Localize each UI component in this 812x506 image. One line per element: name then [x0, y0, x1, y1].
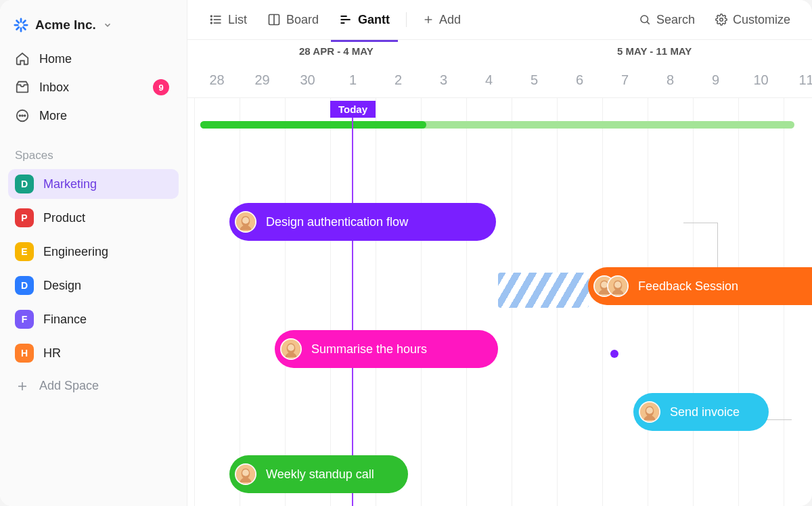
search-icon [639, 14, 651, 26]
avatar [639, 401, 660, 423]
space-label: Design [43, 279, 81, 293]
avatar [235, 463, 256, 485]
svg-line-7 [23, 21, 25, 23]
day-header[interactable]: 3 [421, 72, 466, 88]
inbox-badge: 9 [153, 79, 169, 95]
day-header[interactable]: 8 [648, 72, 693, 88]
workspace-switcher[interactable]: Acme Inc. [8, 14, 179, 45]
sidebar: Acme Inc. Home Inbox 9 More Spaces DMar [0, 0, 187, 506]
sidebar-space-item[interactable]: DMarketing [8, 169, 179, 199]
more-icon [15, 108, 30, 123]
avatar [280, 338, 302, 360]
divider [406, 12, 407, 27]
day-header[interactable]: 29 [240, 72, 285, 88]
logo-icon [14, 18, 28, 32]
search-button[interactable]: Search [631, 7, 703, 32]
gear-icon [715, 14, 727, 26]
svg-point-9 [19, 115, 20, 116]
space-chip: H [15, 344, 34, 363]
day-header[interactable]: 1 [330, 72, 376, 88]
day-header[interactable]: 11 [784, 72, 812, 88]
svg-line-4 [17, 21, 19, 23]
buffer-block [498, 273, 589, 308]
space-label: Engineering [43, 245, 108, 259]
day-header[interactable]: 9 [693, 72, 738, 88]
topbar: List Board Gantt Add Search Cus [187, 0, 812, 40]
task-label: Summarise the hours [311, 342, 427, 356]
view-gantt[interactable]: Gantt [331, 7, 398, 32]
view-board[interactable]: Board [259, 7, 327, 32]
plus-icon [15, 380, 30, 392]
svg-point-27 [641, 16, 648, 23]
add-view-button[interactable]: Add [415, 7, 469, 32]
space-chip: P [15, 208, 34, 227]
list-icon [209, 13, 223, 26]
spaces-section-label: Spaces [8, 130, 179, 169]
space-label: Marketing [43, 177, 97, 191]
day-header[interactable]: 7 [602, 72, 648, 88]
task-label: Send invoice [670, 405, 740, 419]
days-row: 2829301234567891011 [187, 63, 812, 98]
day-header[interactable]: 30 [285, 72, 330, 88]
sidebar-space-item[interactable]: DDesign [8, 271, 179, 300]
nav-label: Home [39, 52, 72, 66]
svg-line-5 [23, 27, 25, 29]
day-header[interactable]: 6 [557, 72, 602, 88]
spaces-list: DMarketingPProductEEngineeringDDesignFFi… [8, 169, 179, 372]
svg-point-39 [646, 407, 653, 414]
task-label: Weekly standup call [266, 467, 374, 482]
task-label: Design authentication flow [266, 215, 408, 229]
period-label: 5 MAY - 11 MAY [617, 45, 692, 57]
period-label: 28 APR - 4 MAY [299, 45, 374, 57]
board-icon [267, 13, 281, 26]
view-label: List [228, 13, 247, 27]
add-space-button[interactable]: Add Space [8, 372, 179, 400]
avatar-stack [593, 275, 629, 297]
sidebar-space-item[interactable]: PProduct [8, 203, 179, 233]
task-bar[interactable]: Summarise the hours [275, 330, 498, 368]
gantt-icon [339, 13, 353, 26]
svg-point-29 [720, 18, 723, 22]
app-window: Acme Inc. Home Inbox 9 More Spaces DMar [0, 0, 812, 506]
svg-point-37 [288, 344, 294, 351]
search-label: Search [656, 13, 695, 27]
space-label: Product [43, 211, 85, 225]
progress-fill [200, 121, 426, 129]
workspace-name: Acme Inc. [35, 18, 96, 32]
avatar-stack [280, 338, 302, 360]
sidebar-space-item[interactable]: HHR [8, 338, 179, 368]
nav-more[interactable]: More [8, 101, 179, 130]
sidebar-space-item[interactable]: FFinance [8, 304, 179, 334]
today-line [352, 118, 353, 506]
day-header[interactable]: 2 [376, 72, 421, 88]
gantt-area[interactable]: 28 APR - 4 MAY5 MAY - 11 MAY 28293012345… [187, 40, 812, 506]
task-bar[interactable]: Send invoice [633, 393, 769, 431]
chevron-down-icon [103, 20, 112, 30]
avatar [607, 275, 629, 297]
svg-line-28 [647, 22, 649, 24]
nav-inbox[interactable]: Inbox 9 [8, 73, 179, 101]
day-header[interactable]: 28 [194, 72, 240, 88]
customize-button[interactable]: Customize [707, 7, 798, 32]
main-content: List Board Gantt Add Search Cus [187, 0, 812, 506]
task-bar[interactable]: Design authentication flow [229, 203, 496, 241]
task-label: Feedback Session [638, 279, 738, 294]
svg-point-35 [614, 281, 621, 288]
day-header[interactable]: 10 [738, 72, 784, 88]
today-marker[interactable]: Today [330, 101, 376, 118]
sidebar-space-item[interactable]: EEngineering [8, 237, 179, 267]
space-chip: D [15, 175, 34, 193]
day-header[interactable]: 5 [512, 72, 557, 88]
add-view-label: Add [439, 13, 461, 27]
svg-point-19 [211, 22, 212, 24]
task-bar[interactable]: Weekly standup call [229, 455, 408, 493]
day-header[interactable]: 4 [466, 72, 512, 88]
avatar-stack [235, 463, 256, 485]
view-list[interactable]: List [201, 7, 255, 32]
svg-point-18 [211, 19, 212, 20]
task-bar[interactable]: Feedback Session [588, 267, 812, 305]
nav-home[interactable]: Home [8, 45, 179, 73]
svg-line-6 [17, 27, 19, 29]
milestone-dot[interactable] [610, 350, 618, 358]
home-icon [15, 51, 30, 66]
